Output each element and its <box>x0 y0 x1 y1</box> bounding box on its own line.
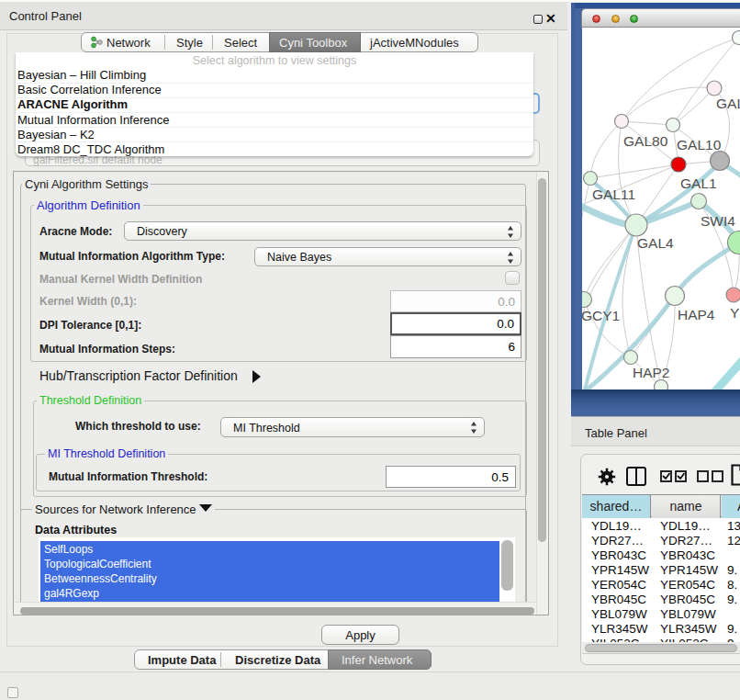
svg-text:GAL7: GAL7 <box>716 96 740 111</box>
svg-text:GAL4: GAL4 <box>637 235 674 251</box>
svg-text:GAL11: GAL11 <box>592 186 635 202</box>
svg-text:HAP4: HAP4 <box>678 307 715 322</box>
svg-text:Y: Y <box>730 305 739 321</box>
svg-text:GAL10: GAL10 <box>677 137 722 152</box>
svg-text:GCY1: GCY1 <box>582 308 620 323</box>
svg-text:GAL1: GAL1 <box>680 175 717 191</box>
svg-text:SWI4: SWI4 <box>701 213 735 229</box>
svg-text:GAL80: GAL80 <box>623 133 668 149</box>
svg-text:HAP2: HAP2 <box>633 365 670 380</box>
